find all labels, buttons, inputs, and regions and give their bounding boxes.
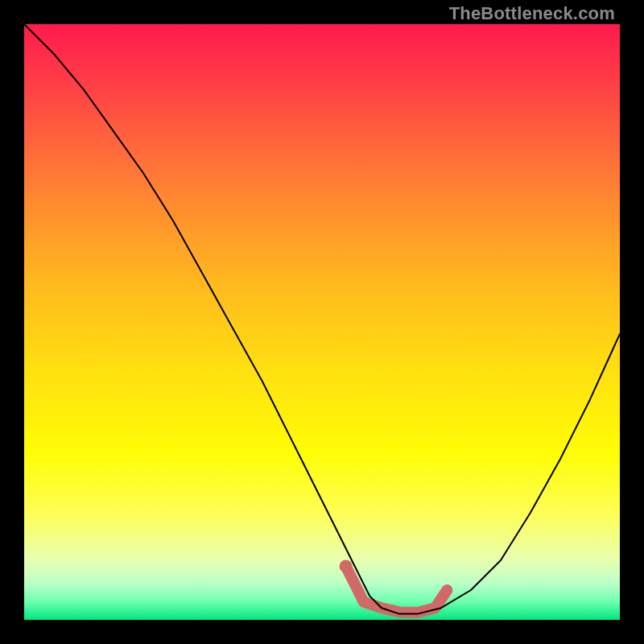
chart-plot-area xyxy=(24,24,620,620)
optimal-zone-dot xyxy=(340,559,353,572)
bottleneck-curve-line xyxy=(24,24,620,614)
watermark-text: TheBottleneck.com xyxy=(449,3,615,24)
chart-svg xyxy=(24,24,620,620)
optimal-zone-highlight xyxy=(346,566,448,613)
